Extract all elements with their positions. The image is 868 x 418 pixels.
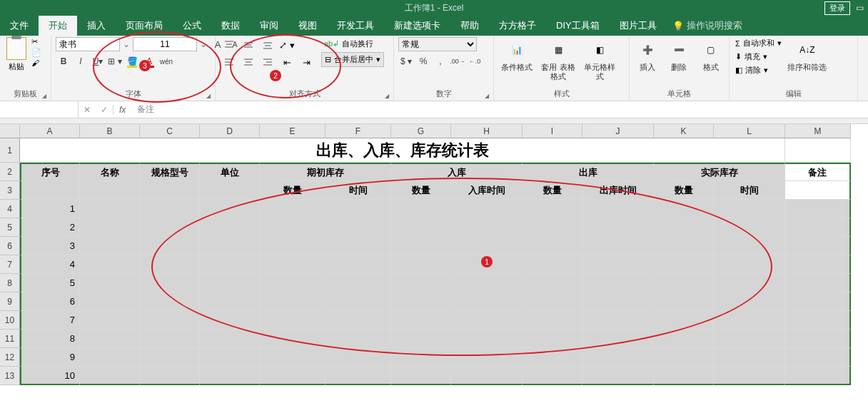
format-as-table-button[interactable]: ▦ 套用 表格格式	[540, 37, 577, 81]
tab-data[interactable]: 数据	[211, 16, 250, 36]
cell[interactable]: 数量	[391, 181, 451, 200]
enter-icon[interactable]: ✓	[96, 105, 113, 115]
cell[interactable]	[140, 292, 200, 311]
col-header[interactable]: I	[523, 124, 582, 138]
cell[interactable]	[523, 200, 582, 218]
cell[interactable]	[523, 367, 582, 385]
cell[interactable]: 3	[20, 237, 80, 255]
cell[interactable]	[785, 274, 851, 292]
cell[interactable]	[260, 330, 326, 348]
cell[interactable]	[654, 348, 714, 367]
cell[interactable]: 时间	[326, 181, 391, 200]
wrap-text-button[interactable]: ab↲自动换行	[321, 37, 384, 51]
align-center-button[interactable]	[239, 54, 258, 70]
font-size-input[interactable]	[133, 37, 197, 51]
cell[interactable]	[582, 274, 654, 292]
row-header[interactable]: 13	[0, 367, 20, 385]
cell[interactable]	[326, 255, 391, 274]
cell[interactable]: 5	[20, 274, 80, 292]
align-right-button[interactable]	[258, 54, 277, 70]
tab-review[interactable]: 审阅	[250, 16, 288, 36]
increase-indent-button[interactable]: ⇥	[297, 54, 316, 70]
cell[interactable]	[80, 311, 140, 330]
col-header[interactable]: J	[582, 124, 654, 138]
cell[interactable]	[391, 255, 451, 274]
tab-new[interactable]: 新建选项卡	[384, 16, 450, 36]
cell[interactable]	[523, 311, 582, 330]
cell[interactable]: 备注	[785, 163, 851, 181]
cell[interactable]: 序号	[20, 163, 80, 181]
cell[interactable]	[451, 292, 523, 311]
column-headers[interactable]: ABCDEFGHIJKLM	[20, 124, 868, 138]
cell[interactable]: 出库	[523, 163, 654, 181]
cell[interactable]: 数量	[654, 181, 714, 200]
cell[interactable]	[714, 311, 785, 330]
row-header[interactable]: 4	[0, 200, 20, 218]
cell[interactable]	[523, 237, 582, 255]
tab-formulas[interactable]: 公式	[173, 16, 211, 36]
cell[interactable]	[80, 274, 140, 292]
cell[interactable]	[785, 367, 851, 385]
col-header[interactable]: A	[20, 124, 80, 138]
clear-button[interactable]: ◧清除 ▾	[734, 64, 783, 76]
format-painter-button[interactable]: 🖌	[31, 58, 41, 67]
cell[interactable]: 数量	[260, 181, 326, 200]
col-header[interactable]: H	[451, 124, 523, 138]
cell[interactable]: 2	[20, 218, 80, 237]
cell[interactable]	[654, 200, 714, 218]
align-launcher[interactable]: ◢	[385, 93, 389, 99]
chevron-down-icon[interactable]: ⌄	[121, 39, 131, 49]
select-all-corner[interactable]	[0, 124, 20, 138]
percent-button[interactable]: %	[415, 54, 431, 68]
col-header[interactable]: G	[391, 124, 451, 138]
underline-button[interactable]: U ▾	[90, 54, 106, 68]
tell-me[interactable]: 💡 操作说明搜索	[672, 16, 742, 36]
cell[interactable]	[785, 138, 851, 163]
sort-filter-button[interactable]: A↓Z 排序和筛选	[787, 37, 827, 72]
cell[interactable]	[785, 237, 851, 255]
align-bottom-button[interactable]	[258, 37, 277, 53]
cell[interactable]	[582, 200, 654, 218]
font-name-input[interactable]	[56, 37, 120, 51]
tab-diy[interactable]: DIY工具箱	[546, 16, 610, 36]
copy-button[interactable]: 📄	[31, 48, 41, 57]
cell[interactable]	[391, 311, 451, 330]
cell[interactable]	[80, 330, 140, 348]
row-header[interactable]: 7	[0, 255, 20, 274]
cell[interactable]	[582, 367, 654, 385]
cell[interactable]	[326, 200, 391, 218]
cell[interactable]	[260, 255, 326, 274]
cell[interactable]	[654, 255, 714, 274]
increase-decimal-button[interactable]: .00→	[450, 54, 465, 68]
cell[interactable]	[326, 218, 391, 237]
cell[interactable]	[523, 292, 582, 311]
cancel-icon[interactable]: ✕	[79, 105, 96, 115]
cell[interactable]	[260, 311, 326, 330]
cell[interactable]	[326, 292, 391, 311]
row-header[interactable]: 2	[0, 163, 20, 181]
cell[interactable]	[391, 200, 451, 218]
cell[interactable]	[654, 311, 714, 330]
cell[interactable]	[714, 200, 785, 218]
cell[interactable]: 9	[20, 348, 80, 367]
cell[interactable]	[391, 274, 451, 292]
cell[interactable]	[260, 237, 326, 255]
cell[interactable]	[654, 274, 714, 292]
cell[interactable]	[326, 367, 391, 385]
cell[interactable]	[654, 330, 714, 348]
cell[interactable]	[523, 255, 582, 274]
cell[interactable]: 出库时间	[582, 181, 654, 200]
cell[interactable]	[714, 218, 785, 237]
cell[interactable]	[654, 218, 714, 237]
cell[interactable]	[582, 237, 654, 255]
bold-button[interactable]: B	[56, 54, 71, 68]
cell[interactable]	[523, 274, 582, 292]
cell[interactable]: 入库时间	[451, 181, 523, 200]
comma-button[interactable]: ,	[433, 54, 448, 68]
col-header[interactable]: K	[654, 124, 714, 138]
cell[interactable]	[785, 330, 851, 348]
cell[interactable]	[785, 218, 851, 237]
cell[interactable]	[80, 367, 140, 385]
cell[interactable]	[80, 200, 140, 218]
fill-color-button[interactable]: 🪣	[124, 54, 140, 68]
